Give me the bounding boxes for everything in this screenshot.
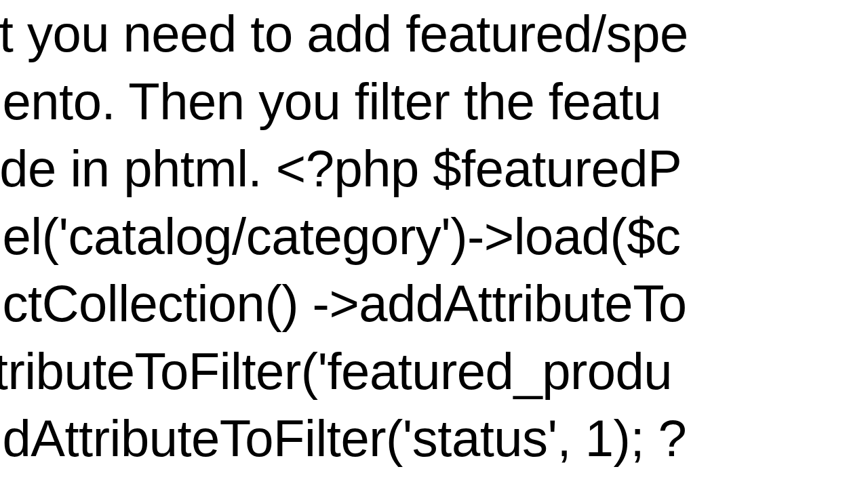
- text-line-5: ductCollection() ->addAttributeTo: [0, 270, 688, 338]
- document-text-fragment: irst you need to add featured/spe agento…: [0, 0, 688, 472]
- text-line-1: irst you need to add featured/spe: [0, 0, 688, 68]
- text-line-4: odel('catalog/category')->load($c: [0, 203, 688, 270]
- text-line-6: AttributeToFilter('featured_produ: [0, 338, 688, 405]
- text-line-3: code in phtml. <?php $featuredP: [0, 135, 688, 203]
- text-line-2: agento. Then you filter the featu: [0, 68, 688, 136]
- text-line-7: addAttributeToFilter('status', 1); ?: [0, 405, 688, 472]
